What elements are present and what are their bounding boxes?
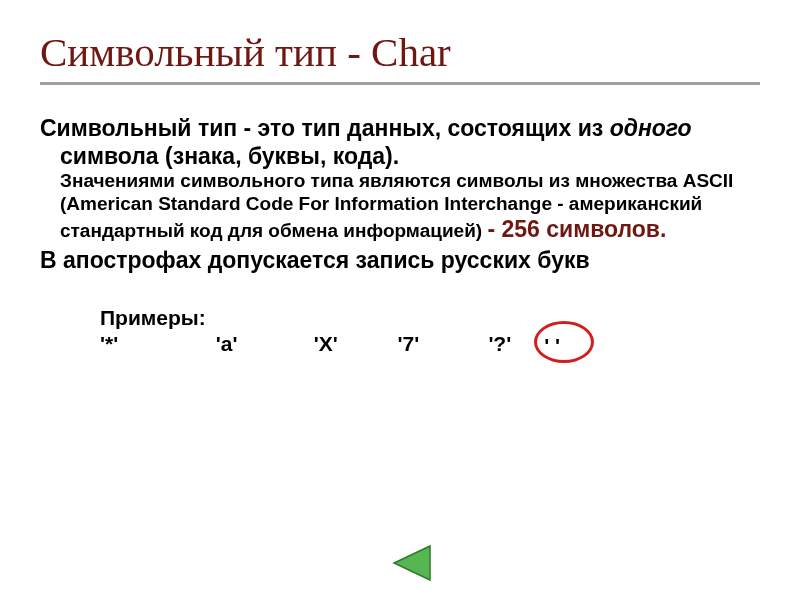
svg-marker-0 [394, 546, 430, 580]
examples-line: '*' 'a' 'X' '7' '?' ' ' [100, 331, 760, 359]
slide-title: Символьный тип - Char [40, 28, 760, 76]
red-oval-highlight [534, 321, 594, 363]
example-4: '7' [398, 331, 483, 357]
paragraph-definition: Символьный тип - это тип данных, состоящ… [40, 115, 760, 170]
example-1: '*' [100, 331, 210, 357]
example-3: 'X' [314, 331, 392, 357]
examples-block: Примеры: '*' 'a' 'X' '7' '?' ' ' [40, 305, 760, 359]
title-underline [40, 82, 760, 85]
example-5: '?' [488, 331, 538, 357]
example-6-wrap: ' ' [544, 333, 560, 359]
prev-slide-button[interactable] [390, 544, 432, 582]
ascii-count: - 256 символов. [487, 216, 666, 242]
para1-italic: одного [610, 115, 692, 141]
paragraph-ascii: Значениями символьного типа являются сим… [40, 170, 760, 243]
para1-tail: символа (знака, буквы, кода). [60, 143, 399, 169]
triangle-left-icon [390, 544, 432, 582]
examples-label: Примеры: [100, 305, 760, 331]
slide: Символьный тип - Char Символьный тип - э… [0, 0, 800, 600]
example-2: 'a' [216, 331, 308, 357]
para1-lead: Символьный тип - это тип данных, состоящ… [40, 115, 610, 141]
paragraph-apostrophes: В апострофах допускается запись русских … [40, 247, 760, 275]
slide-body: Символьный тип - это тип данных, состоящ… [40, 115, 760, 275]
